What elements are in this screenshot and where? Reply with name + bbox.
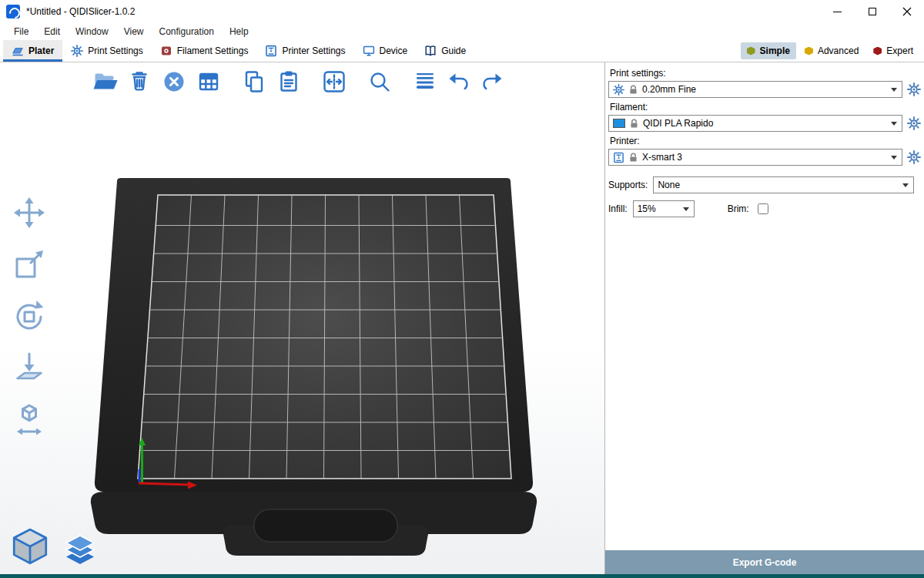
edit-printer-button[interactable] bbox=[907, 150, 921, 164]
close-button[interactable] bbox=[889, 0, 924, 23]
lock-icon bbox=[629, 119, 639, 129]
brim-label: Brim: bbox=[728, 203, 749, 214]
redo-button[interactable] bbox=[479, 68, 507, 96]
infill-label: Infill: bbox=[608, 203, 628, 214]
3d-editor-view-button[interactable] bbox=[9, 526, 51, 571]
undo-icon bbox=[444, 68, 472, 96]
mode-label: Advanced bbox=[818, 45, 859, 56]
edit-print-settings-button[interactable] bbox=[907, 82, 921, 96]
print-settings-label: Print settings: bbox=[610, 68, 919, 79]
tab-printer-settings[interactable]: Printer Settings bbox=[256, 40, 353, 62]
move-icon bbox=[11, 194, 48, 231]
open-button[interactable] bbox=[91, 68, 119, 96]
rotate-button[interactable] bbox=[10, 297, 49, 335]
move-button[interactable] bbox=[10, 193, 49, 232]
bottom-status-strip bbox=[0, 574, 924, 578]
edit-filament-button[interactable] bbox=[907, 116, 921, 130]
object-toolbar bbox=[91, 68, 439, 96]
printer-icon bbox=[265, 45, 277, 57]
measure-icon bbox=[11, 401, 48, 438]
printer-label: Printer: bbox=[610, 136, 919, 147]
mode-label: Simple bbox=[760, 45, 790, 56]
menu-window[interactable]: Window bbox=[68, 25, 116, 39]
split-objects-icon bbox=[320, 68, 348, 96]
build-plate-3d-render bbox=[0, 62, 604, 578]
paste-button[interactable] bbox=[275, 68, 303, 96]
chevron-down-icon bbox=[683, 207, 689, 211]
chevron-down-icon bbox=[891, 156, 897, 160]
maximize-button[interactable] bbox=[855, 0, 889, 23]
window-title: *Untitled - QIDISlicer-1.0.2 bbox=[26, 6, 135, 17]
brim-checkbox[interactable] bbox=[758, 203, 768, 214]
supports-value: None bbox=[658, 180, 680, 190]
search-button[interactable] bbox=[366, 68, 393, 96]
menu-view[interactable]: View bbox=[116, 25, 152, 39]
gear-icon bbox=[613, 84, 624, 96]
infill-combobox[interactable]: 15% bbox=[633, 200, 695, 217]
measure-button[interactable] bbox=[10, 400, 49, 439]
tab-guide[interactable]: Guide bbox=[416, 40, 474, 62]
tab-filament-settings[interactable]: Filament Settings bbox=[152, 40, 257, 62]
lock-icon bbox=[628, 153, 638, 163]
delete-all-button[interactable] bbox=[160, 68, 188, 96]
close-icon bbox=[902, 7, 912, 16]
history-toolbar bbox=[444, 68, 507, 96]
tab-label: Device bbox=[380, 45, 408, 56]
delete-button[interactable] bbox=[126, 68, 153, 96]
title-bar: *Untitled - QIDISlicer-1.0.2 bbox=[0, 0, 924, 23]
advanced-mode-icon bbox=[805, 47, 813, 55]
print-settings-combobox[interactable]: 0.20mm Fine bbox=[608, 81, 902, 98]
filament-color-swatch bbox=[613, 119, 625, 128]
tab-label: Filament Settings bbox=[177, 45, 249, 56]
layer-lines-icon bbox=[411, 68, 439, 96]
print-settings-value: 0.20mm Fine bbox=[642, 84, 696, 95]
3d-viewport[interactable] bbox=[0, 62, 605, 578]
copy-icon bbox=[240, 68, 268, 96]
mode-switcher: Simple Advanced Expert bbox=[741, 40, 924, 62]
paste-icon bbox=[275, 68, 303, 96]
layers-preview-view-button[interactable] bbox=[62, 533, 99, 571]
printer-value: X-smart 3 bbox=[642, 152, 682, 163]
scale-button[interactable] bbox=[10, 245, 49, 284]
expert-mode-icon bbox=[873, 47, 882, 55]
lock-icon bbox=[628, 85, 638, 95]
mode-simple[interactable]: Simple bbox=[741, 42, 796, 59]
window-controls bbox=[820, 0, 924, 23]
scale-icon bbox=[11, 246, 48, 283]
filament-label: Filament: bbox=[610, 102, 919, 113]
filament-value: QIDI PLA Rapido bbox=[643, 118, 713, 129]
filament-combobox[interactable]: QIDI PLA Rapido bbox=[608, 115, 902, 132]
menu-file[interactable]: File bbox=[6, 25, 36, 39]
infill-value: 15% bbox=[638, 203, 656, 214]
mode-expert[interactable]: Expert bbox=[867, 42, 919, 59]
chevron-down-icon bbox=[902, 183, 909, 187]
printer-combobox[interactable]: X-smart 3 bbox=[608, 149, 902, 166]
rotate-icon bbox=[11, 297, 48, 334]
menu-help[interactable]: Help bbox=[222, 25, 256, 39]
minimize-icon bbox=[833, 12, 842, 12]
device-monitor-icon bbox=[363, 45, 375, 57]
supports-combobox[interactable]: None bbox=[653, 176, 914, 193]
layers-stack-icon bbox=[62, 533, 99, 568]
menu-edit[interactable]: Edit bbox=[36, 25, 68, 39]
mode-advanced[interactable]: Advanced bbox=[798, 42, 865, 59]
chevron-down-icon bbox=[891, 122, 897, 126]
minimize-button[interactable] bbox=[820, 0, 855, 23]
tab-plater[interactable]: Plater bbox=[3, 40, 62, 62]
place-on-face-button[interactable] bbox=[10, 348, 49, 387]
app-logo-icon bbox=[6, 5, 20, 18]
export-gcode-button[interactable]: Export G-code bbox=[605, 550, 924, 574]
tab-device[interactable]: Device bbox=[354, 40, 417, 62]
supports-label: Supports: bbox=[608, 180, 648, 190]
variable-layer-height-button[interactable] bbox=[411, 68, 439, 96]
search-icon bbox=[366, 68, 393, 96]
redo-icon bbox=[479, 68, 507, 96]
menu-configuration[interactable]: Configuration bbox=[152, 25, 222, 39]
split-button[interactable] bbox=[320, 68, 348, 96]
undo-button[interactable] bbox=[444, 68, 472, 96]
arrange-button[interactable] bbox=[195, 68, 223, 96]
copy-button[interactable] bbox=[240, 68, 268, 96]
plater-icon bbox=[12, 45, 24, 57]
chevron-down-icon bbox=[891, 88, 897, 92]
tab-print-settings[interactable]: Print Settings bbox=[62, 40, 151, 62]
